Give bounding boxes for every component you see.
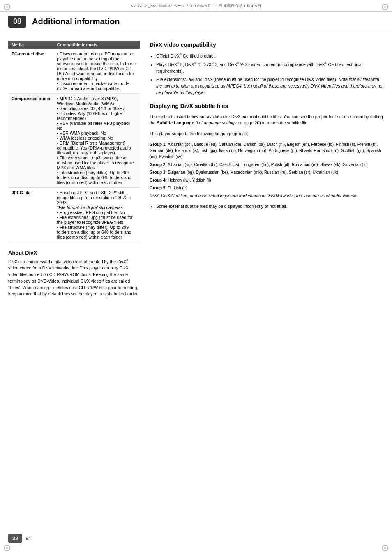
trademark-text: DivX, DivX Certified, and associated log… <box>150 193 384 199</box>
table-cell-formats: • Discs recorded using a PC may not be p… <box>54 49 140 94</box>
table-header-formats: Compatible formats <box>54 41 140 49</box>
language-group: Group 1: Albanian (sq), Basque (eu), Cat… <box>150 141 384 160</box>
about-divx-heading: About DivX <box>8 250 140 256</box>
chapter-title: Additional information <box>32 17 120 26</box>
about-divx-text: DivX is a compressed digital video forma… <box>8 258 140 297</box>
table-cell-formats: • Baseline JPEG and EXIF 2.2* still imag… <box>54 188 140 242</box>
corner-mark-br <box>380 543 390 553</box>
language-group: Group 5: Turkish (tr) <box>150 185 384 191</box>
chapter-number: 08 <box>8 16 26 28</box>
about-divx-section: About DivX DivX is a compressed digital … <box>8 250 140 297</box>
subtitle-heading: Displaying DivX subtitle files <box>150 102 384 111</box>
page-number: 32 <box>8 534 22 543</box>
right-column: DivX video compatibility Official DivX® … <box>150 41 384 297</box>
divx-video-bullets: Official DivX® Certified product.Plays D… <box>156 53 384 96</box>
language-group: Group 2: Albanian (sq), Croatian (hr), C… <box>150 161 384 168</box>
divx-bullet-item: Official DivX® Certified product. <box>156 53 384 59</box>
final-bullets: Some external subtitle files may be disp… <box>156 203 384 210</box>
divx-bullet-item: Plays DivX® 5, DivX® 4, DivX® 3, and Div… <box>156 61 384 74</box>
compatibility-table: Media Compatible formats PC-created disc… <box>8 41 140 242</box>
language-groups: Group 1: Albanian (sq), Basque (eu), Cat… <box>150 141 384 191</box>
left-column: Media Compatible formats PC-created disc… <box>8 41 140 297</box>
chapter-header: 08 Additional information <box>0 12 392 32</box>
language-group: Group 3: Bulgarian (bg), Byelorussian (b… <box>150 169 384 175</box>
header-meta: XV-DV131_232T.book 32 ページ ２００５年５月１１日 水曜日… <box>8 3 384 9</box>
table-cell-media: PC-created disc <box>8 49 54 94</box>
main-content: Media Compatible formats PC-created disc… <box>0 32 392 306</box>
divx-bullet-item: File extensions: .avi and .divx (these m… <box>156 76 384 96</box>
page-lang: En <box>25 536 30 541</box>
corner-mark-bl <box>2 543 12 553</box>
table-header-media: Media <box>8 41 54 49</box>
subtitle-intro: The font sets listed below are available… <box>150 114 384 127</box>
table-cell-media: Compressed audio <box>8 94 54 188</box>
table-cell-media: JPEG file <box>8 188 54 242</box>
header-bar: XV-DV131_232T.book 32 ページ ２００５年５月１１日 水曜日… <box>0 0 392 12</box>
footer: 32 En <box>8 534 31 543</box>
divx-video-heading: DivX video compatibility <box>150 41 384 49</box>
table-cell-formats: • MPEG-1 Audio Layer 3 (MP3), Windows Me… <box>54 94 140 188</box>
language-group: Group 4: Hebrew (iw), Yiddish (ji) <box>150 177 384 183</box>
subtitle-supports: This player supports the following langu… <box>150 131 384 137</box>
final-bullet-item: Some external subtitle files may be disp… <box>156 203 384 210</box>
